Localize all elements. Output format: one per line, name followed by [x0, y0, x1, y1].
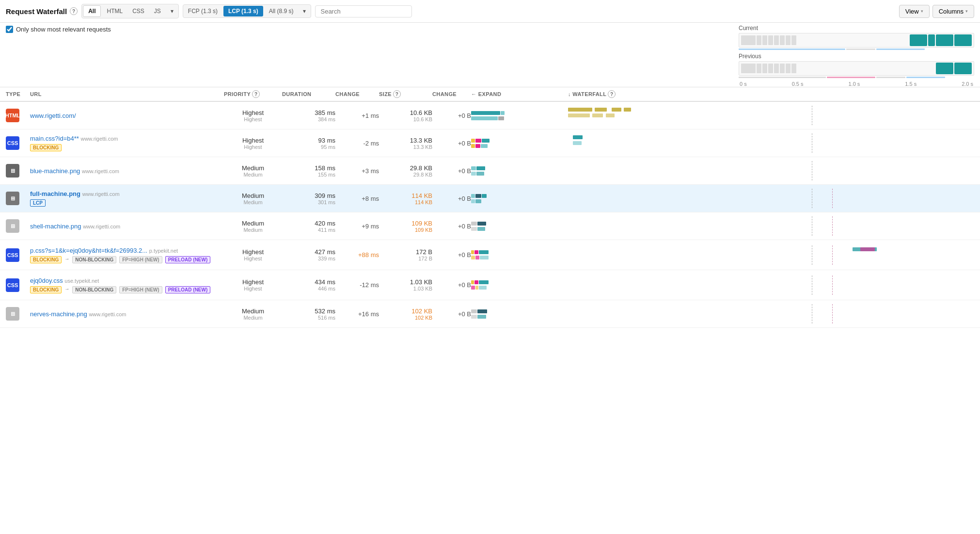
row2-type-icon: ⊞	[6, 164, 19, 178]
row2-size-change: +0 B	[432, 167, 471, 175]
row5-type: CSS	[6, 248, 30, 262]
row4-dur-prev: 411 ms	[318, 227, 335, 233]
row2-url[interactable]: blue-machine.png	[30, 167, 80, 175]
row7-url-cell: nerves-machine.png www.rigetti.com	[30, 310, 224, 318]
row0-change: +1 ms	[335, 112, 379, 119]
row7-priority: Medium Medium	[224, 307, 282, 321]
row7-type: ⊞	[6, 307, 30, 321]
relevance-checkbox-row: Only show most relevant requests	[0, 23, 733, 36]
row6-priority-prev: Highest	[244, 286, 262, 291]
row0-priority: Highest Highest	[224, 109, 282, 122]
row0-expand	[471, 111, 568, 120]
row4-waterfall	[568, 216, 974, 236]
row6-dur-prev: 446 ms	[318, 286, 335, 291]
row5-badge-arrow: →	[64, 256, 69, 263]
row6-duration: 434 ms 446 ms	[282, 278, 335, 291]
row7-size-prev: 102 KB	[415, 315, 432, 321]
row5-url[interactable]: p.css?s=1&k=ejq0doy&ht=tk&f=26993.2...	[30, 247, 147, 254]
row1-priority: Highest Highest	[224, 137, 282, 150]
row6-badge-blocking: BLOCKING	[30, 286, 62, 293]
previous-label: Previous	[739, 53, 974, 60]
filter-fcp[interactable]: FCP (1.3 s)	[183, 6, 222, 16]
row3-badge-lcp: LCP	[30, 199, 46, 207]
table-row: HTML www.rigetti.com/ Highest Highest 38…	[0, 102, 980, 129]
row5-dur-prev: 339 ms	[318, 256, 335, 261]
relevance-checkbox[interactable]	[6, 26, 13, 33]
filter-html[interactable]: HTML	[102, 6, 127, 16]
col-url: URL	[30, 91, 224, 97]
row5-size-change: +0 B	[432, 251, 471, 259]
row2-expand	[471, 166, 568, 176]
row6-waterfall	[568, 275, 974, 295]
col-priority: PRIORITY ?	[224, 90, 282, 98]
row0-duration: 385 ms 384 ms	[282, 109, 335, 122]
row2-dur-prev: 155 ms	[318, 172, 335, 178]
row3-priority: Medium Medium	[224, 192, 282, 205]
row6-size-change: +0 B	[432, 281, 471, 289]
row7-change: +16 ms	[335, 310, 379, 318]
waterfall-help-icon[interactable]: ?	[608, 90, 616, 98]
row1-size: 13.3 KB 13.3 KB	[379, 137, 432, 150]
row4-type: ⊞	[6, 219, 30, 233]
type-filter-dropdown-arrow[interactable]: ▾	[166, 6, 178, 16]
row1-type: CSS	[6, 136, 30, 150]
row6-badge-nonblocking: NON-BLOCKING	[72, 286, 116, 293]
row1-url[interactable]: main.css?id=b4**	[30, 135, 79, 142]
row5-badge-fp: FP=HIGH (NEW)	[119, 256, 162, 263]
columns-dropdown-arrow: ▾	[965, 9, 968, 14]
row6-badge-fp: FP=HIGH (NEW)	[119, 286, 162, 293]
row7-type-icon: ⊞	[6, 307, 19, 321]
filter-css[interactable]: CSS	[127, 6, 149, 16]
row5-size-current: 172 B	[416, 248, 432, 256]
row6-type-icon: CSS	[6, 278, 19, 292]
row6-priority-current: Highest	[242, 278, 264, 286]
timing-filter-dropdown-arrow[interactable]: ▾	[298, 6, 311, 16]
filter-all-timing[interactable]: All (8.9 s)	[264, 6, 299, 16]
row5-url-cell: p.css?s=1&k=ejq0doy&ht=tk&f=26993.2... p…	[30, 247, 224, 263]
row3-priority-current: Medium	[242, 192, 264, 199]
row4-priority-prev: Medium	[243, 227, 262, 233]
row7-dur-current: 532 ms	[315, 307, 335, 315]
type-filter-group: All HTML CSS JS ▾	[81, 4, 179, 18]
view-dropdown-arrow: ▾	[921, 9, 923, 14]
search-input[interactable]	[320, 8, 407, 15]
filter-js[interactable]: JS	[149, 6, 166, 16]
row3-url-cell: full-machine.png www.rigetti.com LCP	[30, 190, 224, 207]
timeline-0s: 0 s	[740, 81, 747, 87]
columns-button[interactable]: Columns ▾	[933, 5, 974, 18]
row0-url[interactable]: www.rigetti.com/	[30, 112, 224, 119]
row6-dur-current: 434 ms	[315, 278, 335, 286]
row0-size-prev: 10.6 KB	[413, 116, 432, 122]
row3-url[interactable]: full-machine.png	[30, 190, 80, 197]
row7-url[interactable]: nerves-machine.png	[30, 310, 87, 318]
timeline-05s: 0.5 s	[792, 81, 804, 87]
table-row: ⊞ full-machine.png www.rigetti.com LCP M…	[0, 185, 980, 212]
title-help-icon[interactable]: ?	[70, 7, 78, 15]
row4-url[interactable]: shell-machine.png	[30, 223, 81, 230]
row6-url-cell: ejq0doy.css use.typekit.net BLOCKING → N…	[30, 277, 224, 293]
filter-all[interactable]: All	[83, 5, 101, 17]
row7-size-change: +0 B	[432, 310, 471, 318]
row3-dur-current: 309 ms	[315, 192, 335, 199]
view-button[interactable]: View ▾	[899, 5, 930, 18]
row6-badge-arrow: →	[64, 286, 69, 293]
row6-url[interactable]: ejq0doy.css	[30, 277, 63, 284]
size-help-icon[interactable]: ?	[393, 90, 401, 98]
previous-mini-bars	[739, 61, 974, 76]
row2-change: +3 ms	[335, 167, 379, 175]
row1-size-current: 13.3 KB	[410, 137, 432, 144]
timeline-15s: 1.5 s	[905, 81, 917, 87]
search-box[interactable]	[315, 5, 412, 17]
row3-expand	[471, 194, 568, 203]
row3-duration: 309 ms 301 ms	[282, 192, 335, 205]
timeline-10s: 1.0 s	[848, 81, 860, 87]
row5-waterfall	[568, 245, 974, 265]
row2-dur-current: 158 ms	[315, 164, 335, 172]
row2-type: ⊞	[6, 164, 30, 178]
row7-domain: www.rigetti.com	[89, 311, 126, 317]
row6-change: -12 ms	[335, 281, 379, 289]
row1-badge-blocking: BLOCKING	[30, 144, 62, 151]
priority-help-icon[interactable]: ?	[252, 90, 260, 98]
row1-priority-prev: Highest	[244, 144, 262, 150]
filter-lcp[interactable]: LCP (1.3 s)	[223, 6, 263, 16]
